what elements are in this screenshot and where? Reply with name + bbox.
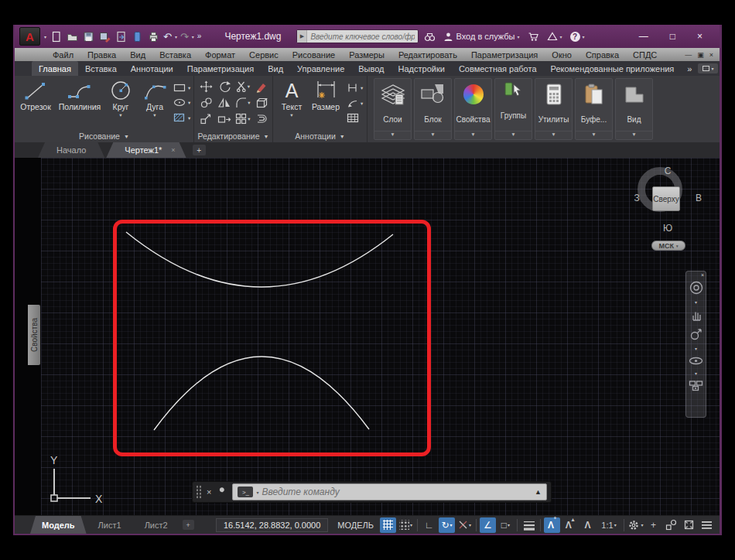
- properties-palette-tab[interactable]: Свойства: [28, 305, 40, 365]
- properties-panel-dropdown-icon[interactable]: ▼: [455, 131, 491, 139]
- show-motion-icon[interactable]: [689, 380, 703, 391]
- model-tab[interactable]: Модель: [30, 516, 87, 534]
- customization-button[interactable]: ▾: [627, 517, 644, 533]
- ribbon-overflow-icon[interactable]: »: [687, 61, 692, 76]
- stretch-button[interactable]: [217, 114, 231, 125]
- hatch-button[interactable]: ▾: [173, 113, 190, 122]
- navigation-bar[interactable]: × ▾ ▾ ▾: [685, 271, 706, 418]
- command-line[interactable]: × >_ ▾ ▲: [192, 481, 552, 503]
- file-tab-drawing1[interactable]: Чертеж1*×: [106, 142, 186, 158]
- undo-icon[interactable]: ↶: [163, 32, 172, 42]
- viewcube-top-face[interactable]: Сверху: [652, 186, 680, 211]
- command-input-area[interactable]: >_ ▾ ▲: [232, 483, 547, 500]
- copy-button[interactable]: [200, 97, 213, 109]
- ribbon-display-options-button[interactable]: ▾: [698, 63, 718, 73]
- array-dropdown-icon[interactable]: ▾: [248, 116, 250, 122]
- file-tab-close-icon[interactable]: ×: [171, 146, 175, 154]
- polyline-button[interactable]: Полилиния: [56, 76, 103, 130]
- trim-button[interactable]: ▾: [236, 80, 250, 92]
- leader-button[interactable]: ▾: [347, 98, 363, 108]
- recent-commands-dropdown-icon[interactable]: ▾: [256, 490, 258, 495]
- orbit-icon[interactable]: [689, 355, 703, 367]
- pan-hand-icon[interactable]: [689, 309, 703, 323]
- move-button[interactable]: [200, 80, 213, 93]
- layout2-tab[interactable]: Лист2: [133, 516, 179, 534]
- help-search-box[interactable]: ▶: [296, 29, 419, 43]
- menu-file[interactable]: Файл: [46, 50, 80, 60]
- panel-properties[interactable]: Свойства ▼: [454, 78, 492, 140]
- line-button[interactable]: Отрезок: [15, 76, 56, 130]
- menu-parametric[interactable]: Параметризация: [464, 50, 545, 60]
- maximize-button[interactable]: □: [670, 31, 675, 42]
- wheel-dropdown-icon[interactable]: ▾: [695, 299, 697, 305]
- ribbon-tab-view[interactable]: Вид: [261, 61, 290, 76]
- panel-utilities[interactable]: Утилиты ▼: [535, 78, 573, 140]
- navbar-close-icon[interactable]: ×: [701, 272, 704, 278]
- ribbon-tab-manage[interactable]: Управление: [290, 61, 351, 76]
- zoom-icon[interactable]: [689, 327, 703, 342]
- viewcube-south-label[interactable]: Ю: [661, 223, 675, 234]
- menu-spds[interactable]: СПДС: [626, 50, 664, 60]
- table-button[interactable]: [347, 113, 363, 123]
- orbit-dropdown-icon[interactable]: ▾: [695, 370, 697, 376]
- app-menu-dropdown-icon[interactable]: ▾: [44, 34, 46, 39]
- arc-button[interactable]: Дуга ▾: [138, 76, 171, 130]
- menu-modify[interactable]: Редактировать: [391, 50, 464, 60]
- menu-dimension[interactable]: Размеры: [342, 50, 391, 60]
- text-dropdown-icon[interactable]: ▾: [290, 112, 292, 118]
- ribbon-tab-annotate[interactable]: Аннотации: [124, 61, 180, 76]
- rectangle-button[interactable]: ▾: [173, 84, 190, 92]
- isolate-objects-button[interactable]: [663, 517, 679, 533]
- exchange-apps-icon[interactable]: ▾: [547, 32, 562, 41]
- wcs-menu-button[interactable]: МСК▾: [651, 241, 685, 251]
- array-button[interactable]: ▾: [235, 113, 250, 125]
- erase-button[interactable]: [255, 80, 268, 93]
- trim-dropdown-icon[interactable]: ▾: [248, 84, 250, 90]
- grid-display-button[interactable]: [380, 517, 396, 533]
- viewcube-east-label[interactable]: В: [692, 193, 706, 203]
- command-line-close-icon[interactable]: ×: [207, 487, 211, 497]
- view-panel-dropdown-icon[interactable]: ▼: [616, 131, 652, 139]
- panel-groups[interactable]: Группы ▼: [494, 78, 532, 140]
- explode-button[interactable]: [255, 97, 268, 109]
- ribbon-tab-featured-apps[interactable]: Рекомендованные приложения: [544, 61, 682, 76]
- redo-icon[interactable]: ↷: [180, 32, 189, 42]
- ribbon-tab-insert[interactable]: Вставка: [78, 61, 124, 76]
- menu-draw[interactable]: Рисование: [285, 50, 342, 60]
- menu-insert[interactable]: Вставка: [152, 50, 198, 60]
- qat-overflow-icon[interactable]: »: [197, 32, 202, 40]
- linear-dimension-button[interactable]: ▾: [347, 83, 363, 93]
- groups-panel-dropdown-icon[interactable]: ▼: [495, 131, 532, 139]
- mobile-upload-icon[interactable]: [131, 30, 144, 43]
- clean-screen-button[interactable]: [681, 517, 697, 533]
- recent-commands-icon[interactable]: >_: [238, 487, 253, 497]
- search-go-icon[interactable]: ▶: [297, 30, 307, 43]
- viewcube-west-label[interactable]: З: [630, 193, 644, 203]
- draw-panel-title[interactable]: Рисование▼: [15, 130, 193, 142]
- ribbon-tab-collaborate[interactable]: Совместная работа: [452, 61, 544, 76]
- customize-wrench-icon[interactable]: [217, 487, 227, 497]
- model-space-button[interactable]: МОДЕЛЬ: [332, 521, 379, 530]
- menu-view[interactable]: Вид: [123, 50, 152, 60]
- menu-format[interactable]: Формат: [198, 50, 242, 60]
- annotation-autoscale-button[interactable]: Λ▴: [562, 517, 578, 533]
- command-history-toggle-icon[interactable]: ▲: [535, 488, 542, 496]
- search-input[interactable]: [307, 32, 418, 41]
- zoom-dropdown-icon[interactable]: ▾: [695, 346, 697, 351]
- app-menu-button[interactable]: A: [19, 27, 40, 46]
- navigation-wheel-icon[interactable]: [689, 280, 704, 295]
- ribbon-tab-output[interactable]: Вывод: [351, 61, 391, 76]
- undo-dropdown-icon[interactable]: ▾: [175, 34, 177, 39]
- save-as-icon[interactable]: [98, 30, 111, 43]
- panel-layers[interactable]: Слои ▼: [374, 78, 412, 140]
- offset-button[interactable]: [255, 113, 268, 125]
- transfer-icon[interactable]: [115, 30, 128, 43]
- status-menu-button[interactable]: [699, 517, 715, 533]
- minimize-button[interactable]: —: [639, 31, 648, 42]
- open-file-icon[interactable]: [66, 30, 79, 43]
- menu-tools[interactable]: Сервис: [242, 50, 285, 60]
- ribbon-tab-home[interactable]: Главная: [32, 61, 78, 76]
- signin-button[interactable]: Вход в службы ▾: [443, 32, 519, 42]
- text-button[interactable]: А Текст ▾: [276, 76, 307, 130]
- new-file-icon[interactable]: [50, 30, 63, 43]
